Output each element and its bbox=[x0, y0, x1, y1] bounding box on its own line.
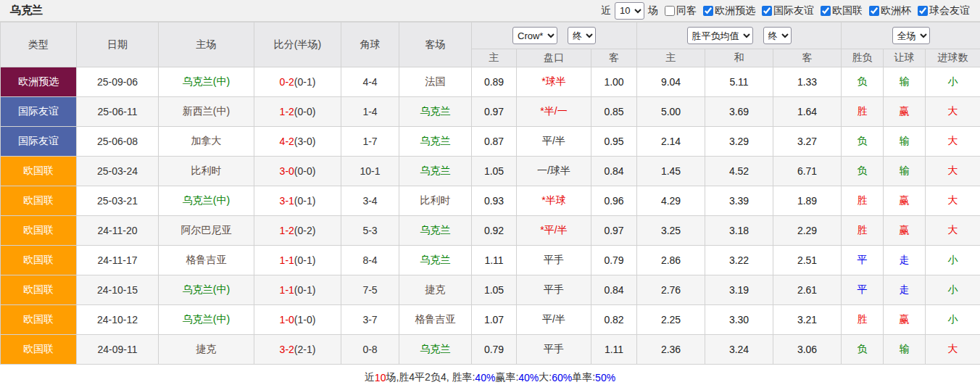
result-wdl-cell: 平 bbox=[842, 275, 884, 305]
result-handicap-cell: 走 bbox=[884, 246, 926, 275]
europe-away-cell: 2.61 bbox=[773, 275, 842, 305]
handicap-cell: *平/半 bbox=[517, 216, 591, 246]
sub-header-odds-home: 主 bbox=[472, 49, 517, 67]
halftime-score: (0-1) bbox=[294, 76, 316, 88]
scope-select[interactable]: 全场 bbox=[892, 27, 930, 44]
result-handicap-cell: 输 bbox=[884, 335, 926, 365]
result-goals-cell: 小 bbox=[926, 67, 980, 97]
page-title: 乌克兰 bbox=[10, 4, 43, 17]
europe-away-cell: 2.29 bbox=[773, 216, 842, 246]
sub-header-result-goals: 进球数 bbox=[926, 49, 980, 67]
header-row-main: 类型 日期 主场 比分(半场) 角球 客场 Crow* 终 胜 bbox=[1, 22, 980, 49]
fulltime-score: 1-1 bbox=[280, 284, 294, 296]
europe-draw-cell: 3.24 bbox=[705, 335, 773, 365]
corner-cell: 1-4 bbox=[341, 97, 399, 127]
league-cell: 欧国联 bbox=[1, 335, 77, 365]
league-cell: 国际友谊 bbox=[1, 127, 77, 157]
filter-欧国联: 欧国联 bbox=[814, 4, 863, 17]
europe-away-cell: 3.21 bbox=[773, 305, 842, 335]
away-team-cell: 乌克兰 bbox=[399, 127, 472, 157]
odds-status-select[interactable]: 终 bbox=[568, 27, 596, 44]
result-wdl-cell: 负 bbox=[842, 127, 884, 157]
result-goals-cell: 大 bbox=[926, 157, 980, 186]
fulltime-score: 3-1 bbox=[280, 195, 294, 207]
match-count-select[interactable]: 10 bbox=[615, 2, 644, 20]
result-handicap-cell: 走 bbox=[884, 275, 926, 305]
filter-checkbox[interactable] bbox=[665, 6, 675, 16]
score-cell: 3-1(0-1) bbox=[254, 186, 341, 216]
summary-segment: 40% bbox=[475, 372, 495, 383]
europe-status-select[interactable]: 终 bbox=[763, 27, 792, 44]
score-cell: 1-1(0-1) bbox=[254, 246, 341, 275]
score-cell: 1-1(0-1) bbox=[254, 275, 341, 305]
score-cell: 3-2(2-1) bbox=[254, 335, 341, 365]
odds-home-cell: 1.05 bbox=[472, 157, 517, 186]
odds-home-cell: 1.05 bbox=[472, 275, 517, 305]
odds-home-cell: 0.79 bbox=[472, 335, 517, 365]
europe-draw-cell: 5.11 bbox=[705, 67, 773, 97]
halftime-score: (0-1) bbox=[294, 254, 316, 266]
filter-checkbox[interactable] bbox=[869, 6, 879, 16]
filter-checkbox[interactable] bbox=[703, 6, 713, 16]
result-handicap-cell: 输 bbox=[884, 157, 926, 186]
away-team-cell: 比利时 bbox=[399, 186, 472, 216]
sub-header-result-handicap: 让球 bbox=[884, 49, 926, 67]
home-team-cell: 新西兰(中) bbox=[159, 97, 254, 127]
result-wdl-cell: 胜 bbox=[842, 97, 884, 127]
filter-label: 欧国联 bbox=[832, 4, 863, 17]
fulltime-score: 4-2 bbox=[280, 136, 294, 147]
date-cell: 24-11-20 bbox=[77, 216, 159, 246]
near-label: 近 bbox=[601, 4, 611, 17]
col-header-corner: 角球 bbox=[341, 22, 399, 67]
home-team-cell: 乌克兰(中) bbox=[159, 186, 254, 216]
match-row: 欧国联24-10-15乌克兰(中)1-1(0-1)7-5捷克1.05平手0.84… bbox=[1, 275, 980, 305]
result-handicap-cell: 赢 bbox=[884, 216, 926, 246]
handicap-cell: 一/球半 bbox=[517, 157, 591, 186]
filter-国际友谊: 国际友谊 bbox=[755, 4, 814, 17]
halftime-score: (0-1) bbox=[294, 284, 316, 296]
result-goals-cell: 大 bbox=[926, 186, 980, 216]
league-cell: 欧国联 bbox=[1, 275, 77, 305]
home-team-cell: 乌克兰(中) bbox=[159, 275, 254, 305]
result-handicap-cell: 输 bbox=[884, 67, 926, 97]
result-goals-cell: 小 bbox=[926, 305, 980, 335]
filter-checkbox[interactable] bbox=[821, 6, 831, 16]
europe-away-cell: 6.71 bbox=[773, 157, 842, 186]
col-header-score: 比分(半场) bbox=[254, 22, 341, 67]
europe-home-cell: 9.04 bbox=[637, 67, 705, 97]
odds-home-cell: 1.11 bbox=[472, 246, 517, 275]
fulltime-score: 3-2 bbox=[280, 344, 294, 355]
fulltime-score: 1-1 bbox=[280, 254, 294, 266]
bookmaker-select[interactable]: Crow* bbox=[512, 27, 557, 44]
europe-draw-cell: 3.39 bbox=[705, 186, 773, 216]
europe-away-cell: 2.51 bbox=[773, 246, 842, 275]
odds-away-cell: 1.00 bbox=[591, 67, 637, 97]
europe-draw-cell: 3.30 bbox=[705, 305, 773, 335]
sub-header-handicap: 盘口 bbox=[517, 49, 591, 67]
result-handicap-cell: 赢 bbox=[884, 97, 926, 127]
filter-checkboxes: 同客欧洲预选国际友谊欧国联欧洲杯球会友谊 bbox=[658, 4, 970, 17]
odds-group-header: Crow* 终 bbox=[472, 22, 637, 49]
europe-home-cell: 4.29 bbox=[637, 186, 705, 216]
result-handicap-cell: 输 bbox=[884, 127, 926, 157]
result-group-header: 全场 bbox=[842, 22, 980, 49]
odds-away-cell: 0.84 bbox=[591, 275, 637, 305]
corner-cell: 0-8 bbox=[341, 335, 399, 365]
result-goals-cell: 小 bbox=[926, 275, 980, 305]
date-cell: 25-09-06 bbox=[77, 67, 159, 97]
filter-checkbox[interactable] bbox=[762, 6, 772, 16]
corner-cell: 3-7 bbox=[341, 305, 399, 335]
score-cell: 1-2(0-0) bbox=[254, 97, 341, 127]
halftime-score: (0-0) bbox=[294, 106, 316, 117]
col-header-type: 类型 bbox=[1, 22, 77, 67]
odds-away-cell: 0.85 bbox=[591, 97, 637, 127]
handicap-cell: 平手 bbox=[517, 275, 591, 305]
away-team-cell: 乌克兰 bbox=[399, 97, 472, 127]
filter-checkbox[interactable] bbox=[918, 6, 928, 16]
europe-odds-select[interactable]: 胜平负均值 bbox=[687, 27, 753, 44]
europe-draw-cell: 4.52 bbox=[705, 157, 773, 186]
date-cell: 24-11-17 bbox=[77, 246, 159, 275]
europe-away-cell: 3.27 bbox=[773, 127, 842, 157]
match-row: 欧国联24-10-12乌克兰(中)1-0(1-0)3-7格鲁吉亚1.07平/半0… bbox=[1, 305, 980, 335]
odds-away-cell: 0.97 bbox=[591, 216, 637, 246]
